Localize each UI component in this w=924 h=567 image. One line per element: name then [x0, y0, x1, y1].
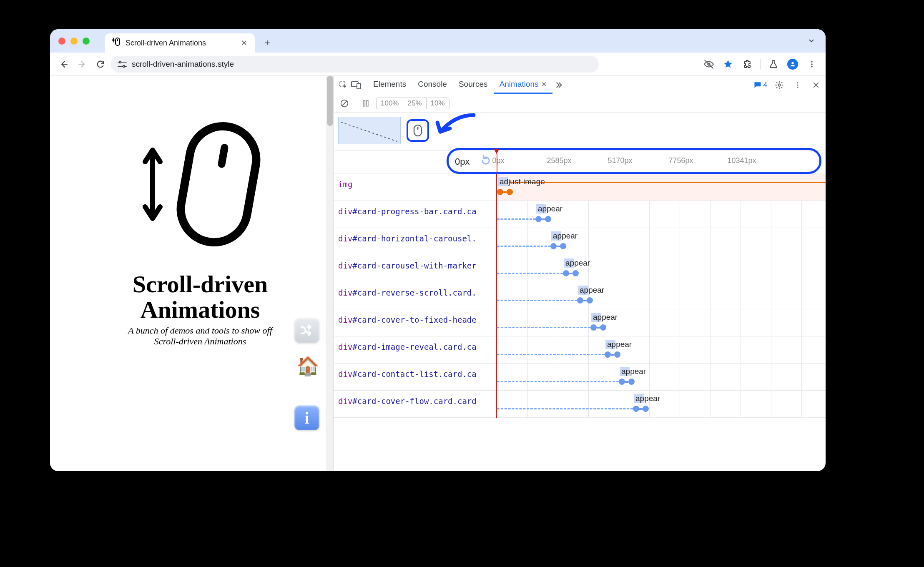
forward-button[interactable]: [74, 56, 90, 72]
timeline-lane[interactable]: appear: [497, 364, 826, 390]
timeline-lane[interactable]: adjust-image: [497, 174, 826, 201]
address-bar[interactable]: scroll-driven-animations.style: [111, 56, 599, 73]
speed-10[interactable]: 10%: [427, 98, 449, 109]
svg-point-15: [797, 84, 798, 85]
animation-row[interactable]: div#card-cover-to-fixed-headeappear: [334, 309, 826, 336]
scroll-driven-badge[interactable]: [407, 119, 429, 142]
keyframe-endpoints[interactable]: [577, 297, 593, 304]
playhead-line[interactable]: [496, 174, 497, 418]
element-selector[interactable]: div#card-cover-flow.card.card: [334, 391, 497, 417]
keyframe-endpoints[interactable]: [605, 351, 620, 358]
timeline-lane[interactable]: appear: [497, 391, 826, 417]
profile-avatar[interactable]: [785, 56, 801, 72]
timeline-lane[interactable]: appear: [497, 201, 826, 228]
tick-label: 10341px: [727, 156, 756, 165]
maximize-window-icon[interactable]: [83, 38, 90, 45]
timeline-lane[interactable]: appear: [497, 282, 826, 309]
element-selector[interactable]: div#card-carousel-with-marker: [334, 255, 497, 282]
extensions-icon[interactable]: [739, 56, 755, 72]
back-button[interactable]: [56, 56, 72, 72]
site-settings-icon[interactable]: [118, 60, 127, 69]
info-button[interactable]: i: [294, 405, 319, 430]
current-position-label: 0px: [455, 156, 470, 167]
kebab-menu-icon[interactable]: [804, 56, 820, 72]
animation-row[interactable]: div#card-cover-flow.card.cardappear: [334, 391, 826, 418]
element-selector[interactable]: img: [334, 174, 497, 201]
animation-row[interactable]: div#card-horizontal-carousel.appear: [334, 228, 826, 255]
clear-all-icon[interactable]: [338, 97, 351, 110]
animation-name-label: appear: [593, 313, 618, 322]
device-toolbar-icon[interactable]: [350, 79, 362, 91]
keyframe-endpoints[interactable]: [633, 406, 649, 412]
animation-row[interactable]: imgadjust-image: [334, 174, 826, 201]
element-selector[interactable]: div#card-contact-list.card.ca: [334, 364, 497, 390]
element-selector[interactable]: div#card-progress-bar.card.ca: [334, 201, 497, 228]
tab-title: Scroll-driven Animations: [126, 39, 206, 48]
animations-toolbar: 100% 25% 10%: [334, 94, 826, 113]
animation-row[interactable]: div#card-progress-bar.card.caappear: [334, 201, 826, 228]
inspect-element-icon[interactable]: [337, 79, 350, 91]
keyframe-endpoints[interactable]: [550, 243, 566, 249]
pause-all-icon[interactable]: [359, 97, 372, 110]
animation-row[interactable]: div#card-contact-list.card.caappear: [334, 364, 826, 391]
animation-row[interactable]: div#card-image-reveal.card.caappear: [334, 336, 826, 364]
keyframe-endpoints[interactable]: [535, 216, 551, 222]
home-emoji-button[interactable]: 🏠: [296, 355, 319, 377]
timeline-lane[interactable]: appear: [497, 228, 826, 255]
messages-badge[interactable]: 4: [753, 81, 767, 89]
content-area: Scroll-drivenAnimations A bunch of demos…: [50, 76, 826, 471]
animation-group-thumb[interactable]: [338, 117, 401, 144]
reload-button[interactable]: [93, 56, 108, 72]
playback-speed-group: 100% 25% 10%: [376, 98, 449, 109]
devtools-close-icon[interactable]: [810, 79, 822, 91]
more-tabs-icon[interactable]: [552, 79, 565, 91]
new-tab-button[interactable]: ＋: [259, 34, 276, 51]
url-text: scroll-driven-animations.style: [132, 60, 234, 69]
close-window-icon[interactable]: [58, 38, 65, 45]
tab-console[interactable]: Console: [412, 76, 453, 94]
devtools-kebab-icon[interactable]: [791, 79, 804, 91]
timeline-lane[interactable]: appear: [497, 309, 826, 336]
timeline-lane[interactable]: appear: [497, 336, 826, 363]
devtools-tab-bar: Elements Console Sources Animations✕ 4: [334, 76, 826, 94]
speed-25[interactable]: 25%: [403, 98, 426, 109]
svg-point-5: [811, 61, 812, 62]
page-viewport[interactable]: Scroll-drivenAnimations A bunch of demos…: [50, 76, 334, 471]
svg-rect-19: [367, 100, 368, 106]
timeline-lane[interactable]: appear: [497, 255, 826, 282]
tab-sources[interactable]: Sources: [453, 76, 494, 94]
shuffle-button[interactable]: [294, 318, 319, 343]
tab-close-icon[interactable]: ✕: [241, 38, 247, 48]
playhead-line[interactable]: [497, 154, 497, 173]
element-selector[interactable]: div#card-reverse-scroll.card.: [334, 282, 497, 309]
svg-rect-12: [357, 83, 361, 89]
element-selector[interactable]: div#card-horizontal-carousel.: [334, 228, 497, 255]
animation-row[interactable]: div#card-reverse-scroll.card.appear: [334, 282, 826, 309]
close-tab-icon[interactable]: ✕: [541, 80, 547, 88]
browser-tab[interactable]: Scroll-driven Animations ✕: [105, 33, 255, 53]
settings-gear-icon[interactable]: [773, 79, 786, 91]
keyframe-endpoints[interactable]: [497, 189, 513, 195]
replay-icon[interactable]: [480, 155, 492, 168]
animation-row[interactable]: div#card-carousel-with-markerappear: [334, 255, 826, 282]
labs-flask-icon[interactable]: [766, 56, 781, 72]
ruler-ticks: 0px 2585px 5170px 7756px 10341px: [497, 151, 826, 173]
keyframe-endpoints[interactable]: [563, 270, 579, 276]
tab-elements[interactable]: Elements: [367, 76, 412, 94]
speed-100[interactable]: 100%: [377, 98, 403, 109]
delay-line: [497, 354, 612, 355]
bookmark-star-icon[interactable]: [720, 56, 736, 72]
tabs-dropdown-icon[interactable]: [804, 33, 819, 48]
tab-animations[interactable]: Animations✕: [494, 76, 552, 94]
toolbar-divider: [355, 98, 355, 109]
element-selector[interactable]: div#card-image-reveal.card.ca: [334, 336, 497, 363]
keyframe-endpoints[interactable]: [590, 324, 606, 331]
animation-rows: imgadjust-imagediv#card-progress-bar.car…: [334, 174, 826, 418]
page-scrollbar-thumb[interactable]: [327, 76, 333, 126]
element-selector[interactable]: div#card-cover-to-fixed-heade: [334, 309, 497, 336]
timeline-ruler[interactable]: 0px 0px 2585px 5170px 7756px 10341px: [334, 151, 826, 174]
animation-name-label: appear: [538, 204, 562, 213]
minimize-window-icon[interactable]: [70, 38, 78, 45]
keyframe-endpoints[interactable]: [619, 379, 635, 385]
eye-off-icon[interactable]: [701, 56, 717, 72]
